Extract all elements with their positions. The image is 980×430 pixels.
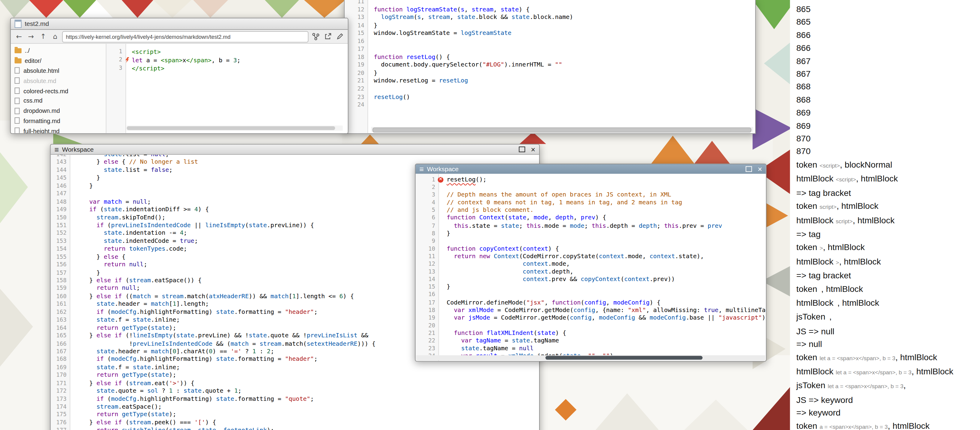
forward-button[interactable]: →: [26, 31, 36, 42]
code-line[interactable]: 11: [345, 0, 755, 5]
code-line[interactable]: 4// context 0 means not in tag, 1 means …: [415, 198, 766, 206]
code-line[interactable]: 142 state.list = null;: [51, 155, 539, 158]
code-line[interactable]: 24: [345, 101, 755, 109]
code-line[interactable]: 23resetLog(): [345, 93, 755, 101]
menu-icon[interactable]: ≡: [54, 145, 59, 153]
code-line[interactable]: 172 state.quote = sol ? 1 : state.quote …: [51, 387, 539, 395]
code-line[interactable]: 13 logStream(s, stream, state.block && s…: [345, 13, 755, 21]
code-line[interactable]: 2let a = <span>x</span>, b = 3;: [107, 56, 348, 64]
code-token: tagName: [476, 337, 501, 344]
code-line[interactable]: 14}: [345, 21, 755, 29]
external-link-icon[interactable]: [323, 31, 332, 42]
code-line[interactable]: 6function Context(state, mode, depth, pr…: [415, 214, 766, 221]
code-editor[interactable]: 1112function logStreamState(s, stream, s…: [345, 0, 755, 133]
code-line[interactable]: 169 state.f = state.inline;: [51, 363, 539, 371]
folder-icon: [14, 48, 21, 53]
code-line[interactable]: 16: [415, 291, 766, 298]
file-item[interactable]: css.md: [11, 96, 106, 106]
code-line[interactable]: 19 document.body.querySelector("#LOG").i…: [345, 61, 755, 69]
code-token: && (: [212, 340, 231, 347]
back-button[interactable]: ←: [14, 31, 24, 42]
code-line[interactable]: 20}: [345, 69, 755, 77]
file-item[interactable]: dropdown.md: [11, 106, 106, 116]
code-line[interactable]: 10function copyContext(context) {: [415, 245, 766, 252]
url-input[interactable]: [62, 31, 309, 42]
horizontal-scrollbar[interactable]: [127, 125, 343, 131]
code-line[interactable]: 21window.resetLog = resetLog: [345, 77, 755, 85]
code-line[interactable]: 17: [345, 45, 755, 53]
file-item[interactable]: absolute.md: [11, 76, 106, 86]
code-line[interactable]: 8}: [415, 229, 766, 237]
code-token: [75, 324, 97, 331]
code-line[interactable]: 5// and js block comment.: [415, 206, 766, 214]
edit-icon[interactable]: [334, 31, 345, 42]
code-line[interactable]: 19 var jsMode = CodeMirror.getMode(confi…: [415, 314, 766, 321]
log-line: htmlBlock let a = <span>x</span>, b = 3,…: [796, 365, 980, 379]
code-line[interactable]: 171 } else if (stream.eat('>')) {: [51, 379, 539, 387]
code-token: state: [151, 371, 169, 378]
horizontal-scrollbar[interactable]: [371, 127, 753, 132]
code-line[interactable]: 22 var tagName = state.tagName: [415, 337, 766, 344]
menu-icon[interactable]: ≡: [419, 165, 424, 173]
code-token: [75, 371, 97, 378]
code-editor[interactable]: 1<script>2let a = <span>x</span>, b = 3;…: [107, 44, 348, 133]
code-line[interactable]: 3// Depth means the amount of open brace…: [415, 191, 766, 198]
code-line[interactable]: 23 state.tagName = null: [415, 345, 766, 352]
up-button[interactable]: ↑: [38, 31, 48, 42]
code-text: stream.skipToEnd();: [75, 213, 165, 221]
code-editor[interactable]: 1resetLog();23// Depth means the amount …: [415, 174, 766, 361]
line-number: 12: [345, 5, 364, 13]
scrollbar-thumb[interactable]: [127, 126, 336, 130]
code-line[interactable]: 14 context.prev && copyContext(context.p…: [415, 275, 766, 283]
graph-icon[interactable]: [310, 31, 321, 42]
code-line[interactable]: 15window.logStreamState = logStreamState: [345, 29, 755, 37]
code-token: copyContext: [581, 275, 620, 282]
horizontal-scrollbar[interactable]: [416, 355, 765, 360]
maximize-button[interactable]: [519, 147, 525, 152]
code-token: return: [104, 261, 125, 268]
scrollbar-thumb[interactable]: [546, 356, 703, 360]
code-line[interactable]: 3</script>: [107, 64, 348, 72]
file-item[interactable]: colored-rects.md: [11, 86, 106, 96]
file-item[interactable]: editor/: [11, 56, 106, 66]
scrollbar-thumb[interactable]: [373, 128, 752, 133]
file-item[interactable]: formatting.md: [11, 116, 106, 126]
home-button[interactable]: ⌂: [50, 31, 60, 42]
window-titlebar[interactable]: ≡ Workspace ×: [415, 164, 766, 174]
code-line[interactable]: 1<script>: [107, 48, 348, 56]
code-line[interactable]: 1resetLog();: [415, 176, 766, 183]
code-token: "jsx": [526, 299, 544, 305]
code-line[interactable]: 12function logStreamState(s, stream, sta…: [345, 5, 755, 13]
maximize-button[interactable]: [746, 166, 752, 172]
code-line[interactable]: 176 } else if (stream.peek() === '[') {: [51, 419, 539, 427]
code-line[interactable]: 15}: [415, 283, 766, 291]
file-item[interactable]: ../: [11, 46, 106, 56]
file-item[interactable]: full-height.md: [11, 126, 106, 133]
code-line[interactable]: 177 return switchInline(stream, state, f…: [51, 427, 539, 430]
code-line[interactable]: 9: [415, 237, 766, 245]
code-line[interactable]: 175 return getType(state);: [51, 411, 539, 419]
code-token: .block.name): [530, 13, 573, 20]
close-button[interactable]: ×: [531, 145, 535, 153]
code-line[interactable]: 13 context.depth,: [415, 268, 766, 275]
code-line[interactable]: 20: [415, 321, 766, 329]
code-line[interactable]: 22: [345, 85, 755, 93]
code-line[interactable]: 7 this.state = state; this.mode = mode; …: [415, 222, 766, 229]
code-line[interactable]: 21 function flatXMLIndent(state) {: [415, 329, 766, 337]
close-button[interactable]: ×: [757, 165, 762, 173]
code-line[interactable]: 17CodeMirror.defineMode("jsx", function(…: [415, 299, 766, 306]
code-line[interactable]: 12 context.mode,: [415, 260, 766, 267]
code-line[interactable]: 18 var xmlMode = CodeMirror.getMode(conf…: [415, 306, 766, 313]
code-line[interactable]: 18function resetLog() {: [345, 53, 755, 61]
code-line[interactable]: 170 return getType(state);: [51, 371, 539, 379]
log-line: token , htmlBlock: [796, 282, 980, 296]
code-token: tokenTypes: [129, 245, 165, 252]
file-item[interactable]: absolute.html: [11, 66, 106, 75]
window-titlebar[interactable]: test2.md: [11, 18, 348, 30]
window-titlebar[interactable]: ≡ Workspace ×: [51, 145, 539, 155]
code-line[interactable]: 174 stream.eatSpace();: [51, 403, 539, 411]
code-line[interactable]: 16: [345, 37, 755, 45]
code-line[interactable]: 2: [415, 183, 766, 191]
code-line[interactable]: 11 return new Context(CodeMirror.copySta…: [415, 253, 766, 260]
code-line[interactable]: 173 if (modeCfg.highlightFormatting) sta…: [51, 395, 539, 403]
